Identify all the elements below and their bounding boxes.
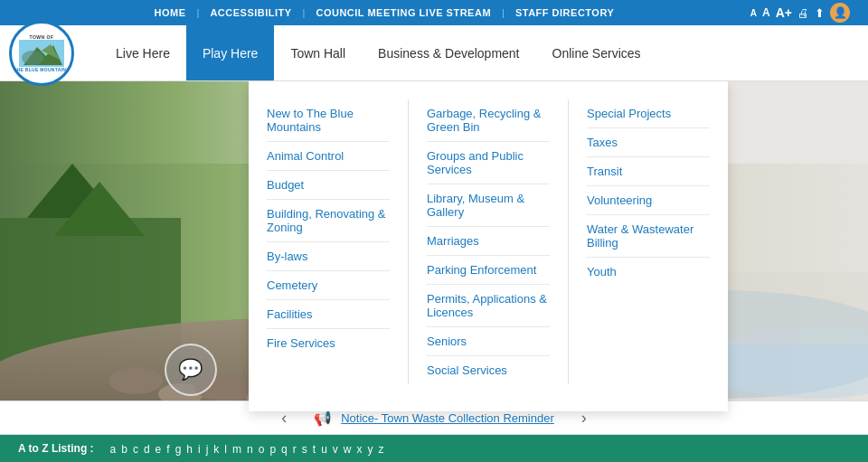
- dropdown-item[interactable]: Seniors: [427, 327, 550, 356]
- nav-online-services[interactable]: Online Services: [536, 25, 657, 80]
- atoz-letter-c[interactable]: c: [133, 443, 138, 456]
- dropdown-item[interactable]: Youth: [587, 258, 710, 286]
- font-size-medium[interactable]: A: [762, 6, 770, 19]
- dropdown-item[interactable]: New to The Blue Mountains: [267, 99, 390, 142]
- atoz-letter-y[interactable]: y: [367, 443, 373, 456]
- header: TOWN OF THE BLUE MOUNTAINS Live Here Pla…: [0, 25, 868, 81]
- print-icon[interactable]: 🖨: [797, 6, 809, 20]
- separator: |: [197, 7, 200, 18]
- svg-point-3: [22, 51, 43, 65]
- home-link[interactable]: HOME: [144, 7, 197, 18]
- dropdown-item[interactable]: Budget: [267, 171, 390, 200]
- news-circle: 💬: [165, 344, 217, 396]
- atoz-letter-a[interactable]: a: [110, 443, 117, 456]
- atoz-letter-w[interactable]: w: [344, 443, 352, 456]
- share-icon[interactable]: ⬆: [815, 6, 825, 20]
- top-bar: HOME | ACCESSIBILITY | COUNCIL MEETING L…: [0, 0, 868, 25]
- dropdown-item[interactable]: By-laws: [267, 242, 390, 271]
- megaphone-icon: 📢: [314, 410, 332, 427]
- hero-section: New to The Blue MountainsAnimal ControlB…: [0, 81, 868, 462]
- notice-text[interactable]: Notice- Town Waste Collection Reminder: [341, 411, 554, 425]
- main-nav: Live Here Play Here Town Hall Business &…: [99, 25, 657, 80]
- top-bar-tools: A A A+ 🖨 ⬆ 👤: [750, 3, 850, 23]
- atoz-letter-h[interactable]: h: [186, 443, 193, 456]
- dropdown-columns: New to The Blue MountainsAnimal ControlB…: [249, 99, 728, 384]
- atoz-letter-u[interactable]: u: [321, 443, 327, 456]
- atoz-letter-s[interactable]: s: [302, 443, 307, 456]
- dropdown-item[interactable]: Volunteering: [587, 186, 710, 215]
- atoz-letter-v[interactable]: v: [333, 443, 338, 456]
- atoz-label: A to Z Listing :: [18, 442, 94, 455]
- dropdown-item[interactable]: Cemetery: [267, 271, 390, 300]
- atoz-letter-q[interactable]: q: [281, 443, 288, 456]
- dropdown-item[interactable]: Water & Wastewater Billing: [587, 215, 710, 258]
- dropdown-item[interactable]: Building, Renovating & Zoning: [267, 200, 390, 242]
- dropdown-item[interactable]: Garbage, Recycling & Green Bin: [427, 99, 550, 142]
- user-icon[interactable]: 👤: [830, 3, 850, 23]
- nav-play-here[interactable]: Play Here: [186, 25, 274, 80]
- dropdown-menu: New to The Blue MountainsAnimal ControlB…: [249, 81, 728, 411]
- atoz-letter-n[interactable]: n: [247, 443, 253, 456]
- dropdown-item[interactable]: Library, Museum & Gallery: [427, 184, 550, 227]
- logo-mountain-graphic: [19, 40, 64, 67]
- staff-directory-link[interactable]: STAFF DIRECTORY: [505, 7, 625, 18]
- nav-town-hall[interactable]: Town Hall: [274, 25, 362, 80]
- atoz-letter-k[interactable]: k: [213, 443, 219, 456]
- atoz-letter-o[interactable]: o: [259, 443, 265, 456]
- dropdown-item[interactable]: Social Services: [427, 356, 550, 384]
- logo[interactable]: TOWN OF THE BLUE MOUNTAINS: [9, 21, 74, 86]
- dropdown-item[interactable]: Groups and Public Services: [427, 142, 550, 184]
- dropdown-item[interactable]: Parking Enforcement: [427, 256, 550, 285]
- top-nav: HOME | ACCESSIBILITY | COUNCIL MEETING L…: [18, 7, 750, 18]
- dropdown-item[interactable]: Permits, Applications & Licences: [427, 285, 550, 327]
- atoz-letter-x[interactable]: x: [356, 443, 362, 456]
- atoz-letter-p[interactable]: p: [269, 443, 276, 456]
- dropdown-col-1: New to The Blue MountainsAnimal ControlB…: [249, 99, 409, 384]
- dropdown-item[interactable]: Taxes: [587, 128, 710, 157]
- font-size-large[interactable]: A+: [776, 5, 792, 20]
- nav-live-here[interactable]: Live Here: [99, 25, 186, 80]
- dropdown-item[interactable]: Animal Control: [267, 142, 390, 171]
- atoz-letter-d[interactable]: d: [144, 443, 150, 456]
- dropdown-col-2: Garbage, Recycling & Green BinGroups and…: [409, 99, 569, 384]
- council-stream-link[interactable]: COUNCIL MEETING LIVE STREAM: [305, 7, 502, 18]
- atoz-letter-l[interactable]: l: [224, 443, 227, 456]
- dropdown-item[interactable]: Transit: [587, 157, 710, 186]
- font-size-small[interactable]: A: [750, 8, 757, 18]
- atoz-letter-j[interactable]: j: [206, 443, 209, 456]
- separator: |: [303, 7, 306, 18]
- separator: |: [502, 7, 505, 18]
- atoz-letter-f[interactable]: f: [166, 443, 169, 456]
- atoz-letter-m[interactable]: m: [232, 443, 241, 456]
- atoz-letter-b[interactable]: b: [121, 443, 127, 456]
- atoz-letter-e[interactable]: e: [156, 443, 162, 456]
- accessibility-link[interactable]: ACCESSIBILITY: [199, 7, 302, 18]
- dropdown-item[interactable]: Fire Services: [267, 329, 390, 357]
- atoz-letter-t[interactable]: t: [313, 443, 316, 456]
- atoz-letter-z[interactable]: z: [378, 443, 383, 456]
- atoz-letters: abcdefghijklmnopqrstuvwxyz: [110, 440, 390, 457]
- atoz-bar: A to Z Listing : abcdefghijklmnopqrstuvw…: [0, 435, 868, 462]
- dropdown-col-3: Special ProjectsTaxesTransitVolunteering…: [569, 99, 728, 384]
- dropdown-item[interactable]: Marriages: [427, 227, 550, 256]
- nav-business[interactable]: Business & Development: [362, 25, 535, 80]
- atoz-letter-g[interactable]: g: [175, 443, 182, 456]
- atoz-letter-i[interactable]: i: [198, 443, 201, 456]
- atoz-letter-r[interactable]: r: [293, 443, 297, 456]
- dropdown-item[interactable]: Special Projects: [587, 99, 710, 128]
- dropdown-item[interactable]: Facilities: [267, 300, 390, 329]
- logo-name-text: THE BLUE MOUNTAINS: [14, 67, 70, 72]
